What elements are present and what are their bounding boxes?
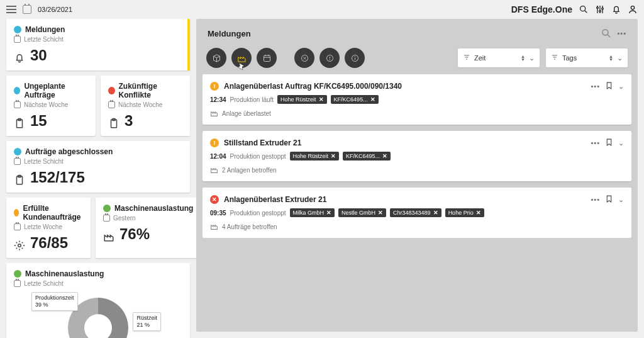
more-icon[interactable]: ••• [617, 30, 626, 37]
kpi-subtitle: Letzte Woche [24, 223, 62, 230]
message-card[interactable]: ! Stillstand Extruder 21 ••• ⌄ 12:04 Pro… [203, 131, 631, 181]
warning-icon: ! [210, 138, 219, 147]
kpi-title: Ungeplante Aufträge [24, 82, 88, 99]
calendar-icon [103, 215, 110, 222]
filter-tags[interactable]: Tags ▲▼ ⌄ [546, 48, 628, 67]
calendar-icon [14, 36, 21, 43]
kpi-title: Maschinenauslastung [114, 204, 193, 213]
svg-point-5 [597, 7, 599, 9]
svg-point-15 [18, 244, 21, 247]
kpi-ungeplante[interactable]: Ungeplante Aufträge Nächste Woche 15 [6, 76, 96, 136]
tag-remove-icon[interactable]: ✕ [326, 210, 331, 216]
chart-label-ruestzeit: Rüstzeit21 % [133, 312, 161, 331]
chart-label-produktionszeit: Produktionszeit39 % [31, 292, 78, 311]
chevron-down-icon[interactable]: ⌄ [618, 139, 624, 147]
filter-factory-icon[interactable] [231, 48, 252, 68]
svg-rect-18 [264, 55, 270, 61]
sort-icon: ▲▼ [521, 55, 525, 61]
kpi-konflikte[interactable]: Zukünftige Konflikte Nächste Woche 3 [101, 76, 190, 136]
kpi-title: Aufträge abgeschlossen [25, 147, 113, 156]
more-icon[interactable]: ••• [591, 139, 600, 147]
user-icon[interactable] [628, 4, 638, 14]
tag-chip[interactable]: Nestle GmbH ✕ [338, 208, 386, 217]
kpi-value: 76/85 [30, 234, 68, 252]
search-icon[interactable] [579, 4, 589, 14]
tag-chip[interactable]: Milka GmbH ✕ [290, 208, 335, 217]
clipboard-icon [108, 115, 119, 127]
message-state: Produktion gestoppt [230, 153, 286, 160]
message-title: Stillstand Extruder 21 [224, 138, 301, 147]
clipboard-icon [14, 115, 25, 127]
filter-alert-icon[interactable] [319, 48, 340, 68]
filter-close-icon[interactable] [294, 48, 314, 68]
kpi-erfuellte[interactable]: Erfüllte Kundenaufträge Letzte Woche 76/… [6, 198, 91, 258]
more-icon[interactable]: ••• [591, 82, 600, 90]
tag-chip[interactable]: Hohe Rüstzeit ✕ [277, 95, 327, 104]
filter-icon [463, 54, 470, 62]
sliders-icon[interactable] [595, 4, 605, 14]
chevron-down-icon: ⌄ [617, 54, 623, 62]
kpi-subtitle: Nächste Woche [118, 101, 162, 108]
sidebar: Meldungen Letzte Schicht 30 Ungeplante A… [6, 19, 190, 332]
kpi-value: 3 [125, 112, 133, 130]
menu-icon[interactable] [6, 6, 16, 13]
tag-chip[interactable]: KF/KC6495... ✕ [343, 152, 391, 161]
current-date: 03/26/2021 [38, 6, 72, 13]
svg-point-8 [631, 6, 634, 9]
tag-chip[interactable]: KF/KC6495... ✕ [331, 95, 379, 104]
filter-info-icon[interactable] [345, 48, 365, 68]
tag-remove-icon[interactable]: ✕ [433, 210, 438, 216]
info-icon [14, 148, 21, 155]
calendar-icon [14, 101, 21, 108]
message-footer: 2 Anlagen betroffen [222, 167, 277, 174]
kpi-value: 152/175 [30, 169, 85, 186]
sort-icon: ▲▼ [609, 55, 613, 61]
kpi-abgeschlossen[interactable]: Aufträge abgeschlossen Letzte Schicht 15… [6, 141, 190, 193]
tag-chip[interactable]: Hohe Prio ✕ [445, 208, 484, 217]
filter-circles [206, 48, 365, 68]
kpi-meldungen[interactable]: Meldungen Letzte Schicht 30 [6, 19, 190, 70]
kpi-maschinen-gestern[interactable]: Maschinenauslastung Gestern 76% [96, 198, 201, 258]
tag-label: Hohe Prio [448, 210, 474, 216]
message-card[interactable]: ✕ Anlagenüberlast Extruder 21 ••• ⌄ 09:3… [203, 188, 631, 238]
filter-label: Zeit [474, 54, 517, 62]
tag-remove-icon[interactable]: ✕ [331, 153, 336, 159]
info-icon [14, 26, 21, 33]
tag-remove-icon[interactable]: ✕ [476, 210, 481, 216]
tag-label: Chr348343489 [393, 210, 431, 216]
bookmark-icon[interactable] [605, 194, 613, 205]
search-icon[interactable] [601, 28, 612, 39]
chevron-down-icon: ⌄ [529, 54, 535, 62]
tag-label: Nestle GmbH [341, 210, 375, 216]
filter-time[interactable]: Zeit ▲▼ ⌄ [458, 48, 540, 67]
svg-point-7 [602, 8, 604, 9]
success-icon [14, 270, 21, 278]
tag-remove-icon[interactable]: ✕ [319, 96, 324, 103]
filter-calendar-icon[interactable] [257, 48, 277, 68]
bookmark-icon[interactable] [605, 81, 613, 92]
bookmark-icon[interactable] [605, 137, 613, 149]
chevron-down-icon[interactable]: ⌄ [618, 196, 624, 204]
bell-icon [14, 50, 25, 61]
bell-icon[interactable] [611, 4, 621, 14]
svg-line-17 [608, 35, 611, 37]
tag-remove-icon[interactable]: ✕ [378, 210, 383, 216]
more-icon[interactable]: ••• [591, 196, 600, 203]
svg-point-29 [355, 56, 355, 57]
tag-remove-icon[interactable]: ✕ [370, 96, 375, 103]
chevron-down-icon[interactable]: ⌄ [618, 82, 624, 91]
kpi-subtitle: Letzte Schicht [24, 36, 64, 43]
tag-remove-icon[interactable]: ✕ [382, 153, 387, 159]
tag-label: Milka GmbH [293, 210, 325, 216]
calendar-icon [23, 5, 31, 14]
message-title: Anlagenüberlast Auftrag KF/KC6495.000/09… [224, 82, 402, 91]
message-state: Produktion gestoppt [230, 210, 286, 217]
tag-chip[interactable]: Chr348343489 ✕ [390, 208, 441, 217]
kpi-value: 15 [30, 112, 47, 130]
tag-chip[interactable]: Hohe Rüstzeit ✕ [290, 152, 340, 161]
message-card[interactable]: ! Anlagenüberlast Auftrag KF/KC6495.000/… [203, 74, 631, 125]
message-time: 12:04 [210, 153, 226, 160]
filter-box-icon[interactable] [206, 48, 226, 68]
kpi-title: Maschinenauslastung [25, 269, 104, 278]
kpi-maschinen-schicht[interactable]: Maschinenauslastung Letzte Schicht Produ… [6, 263, 190, 338]
